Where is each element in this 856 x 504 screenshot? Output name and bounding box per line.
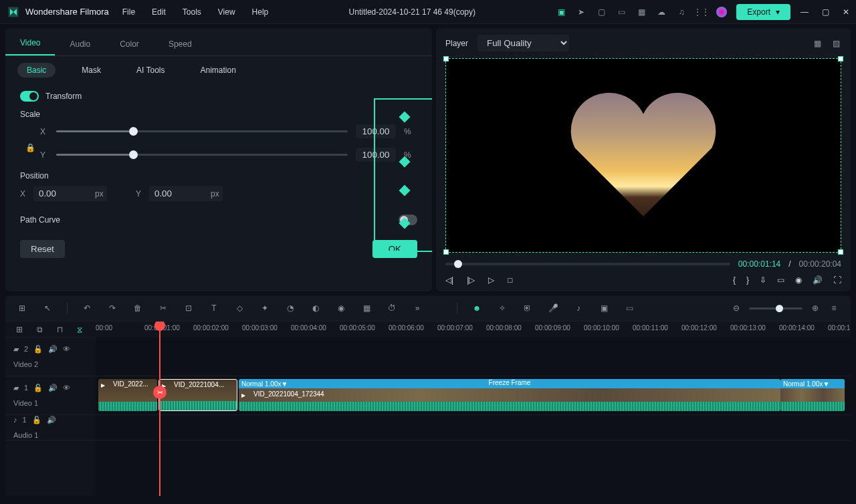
- lock-icon[interactable]: 🔓: [32, 416, 41, 424]
- display-icon[interactable]: ▭: [777, 275, 784, 285]
- lane-audio1[interactable]: [96, 415, 851, 440]
- next-frame-button[interactable]: |▷: [467, 275, 475, 285]
- sparkle-icon[interactable]: ✧: [496, 302, 508, 314]
- timeline-ruler[interactable]: 00:0000:00:01:0000:00:02:0000:00:03:0000…: [96, 322, 851, 338]
- clip-4[interactable]: Normal 1.00x ▼: [780, 379, 845, 411]
- clip-2-selected[interactable]: ▸VID_20221004...: [158, 379, 237, 411]
- handle-bl[interactable]: [443, 249, 449, 255]
- fullscreen-icon[interactable]: ⛶: [833, 275, 841, 285]
- redo-icon[interactable]: ↷: [106, 302, 118, 314]
- lock-icon[interactable]: 🔓: [33, 384, 43, 392]
- scrub-thumb[interactable]: [454, 260, 462, 268]
- image-view-icon[interactable]: ▨: [831, 38, 841, 49]
- export-button[interactable]: Export▾: [736, 4, 790, 20]
- mic-icon[interactable]: 🎤: [547, 302, 559, 314]
- send-icon[interactable]: ➤: [576, 7, 586, 17]
- lane-video1[interactable]: ▸VID_2022... ▸VID_20221004... Normal 1.0…: [96, 376, 851, 415]
- apps-icon[interactable]: ⋮⋮: [696, 7, 707, 17]
- caption-icon[interactable]: ▭: [623, 302, 635, 314]
- handle-tr[interactable]: [838, 56, 843, 61]
- mute-icon[interactable]: 🔊: [48, 345, 58, 354]
- mute-icon[interactable]: 🔊: [48, 384, 58, 392]
- scrub-bar[interactable]: [445, 263, 730, 265]
- link-icon[interactable]: ⧉: [33, 324, 45, 336]
- snap-icon[interactable]: ⧖: [74, 324, 86, 336]
- color-icon[interactable]: ◐: [310, 302, 322, 314]
- eye-icon[interactable]: 👁: [63, 384, 70, 392]
- gift-icon[interactable]: ▣: [556, 7, 566, 17]
- table-icon[interactable]: ▦: [360, 302, 372, 314]
- subtab-animation[interactable]: Animation: [191, 63, 245, 78]
- subtab-basic[interactable]: Basic: [17, 63, 56, 78]
- zoom-in-icon[interactable]: ⊕: [809, 302, 821, 314]
- tab-speed[interactable]: Speed: [154, 33, 207, 55]
- ai-icon[interactable]: ☻: [471, 302, 483, 314]
- bracket-in-icon[interactable]: {: [733, 275, 736, 285]
- crop-icon[interactable]: ⊡: [183, 302, 195, 314]
- menu-tools[interactable]: Tools: [183, 7, 201, 17]
- track-head-video1[interactable]: ▰1🔓🔊👁 Video 1: [5, 376, 96, 415]
- music-icon[interactable]: ♪: [572, 302, 584, 314]
- layout-icon[interactable]: ▢: [596, 7, 607, 17]
- scale-x-slider[interactable]: [56, 130, 348, 132]
- menu-view[interactable]: View: [218, 7, 235, 17]
- menu-help[interactable]: Help: [252, 7, 269, 17]
- undo-icon[interactable]: ↶: [81, 302, 93, 314]
- picture-icon[interactable]: ▣: [598, 302, 610, 314]
- prev-frame-button[interactable]: ◁|: [445, 275, 453, 285]
- scale-y-slider[interactable]: [56, 154, 348, 156]
- lock-icon[interactable]: 🔓: [33, 345, 43, 354]
- reset-button[interactable]: Reset: [20, 240, 65, 258]
- scissors-icon[interactable]: ✂: [157, 302, 169, 314]
- transform-toggle[interactable]: [20, 91, 39, 102]
- ok-button[interactable]: OK: [372, 240, 417, 258]
- text-icon[interactable]: T: [208, 302, 220, 314]
- subtab-aitools[interactable]: AI Tools: [127, 63, 174, 78]
- cloud-icon[interactable]: ☁: [656, 7, 667, 17]
- lane-video2[interactable]: [96, 338, 851, 376]
- monitor-icon[interactable]: ▭: [616, 7, 627, 17]
- subtab-mask[interactable]: Mask: [72, 63, 110, 78]
- bracket-out-icon[interactable]: }: [746, 275, 749, 285]
- modules-icon[interactable]: ⊞: [16, 302, 28, 314]
- effects-icon[interactable]: ✦: [259, 302, 271, 314]
- lock-icon[interactable]: 🔒: [25, 143, 35, 152]
- add-track-icon[interactable]: ⊞: [13, 324, 25, 336]
- tab-audio[interactable]: Audio: [55, 33, 105, 55]
- zoom-out-icon[interactable]: ⊖: [730, 302, 742, 314]
- stop-button[interactable]: □: [508, 275, 512, 285]
- zoom-slider[interactable]: [749, 307, 802, 309]
- timeline-tracks[interactable]: 00:0000:00:01:0000:00:02:0000:00:03:0000…: [96, 322, 851, 496]
- close-button[interactable]: ✕: [843, 7, 849, 17]
- clip-1[interactable]: ▸VID_2022...: [98, 379, 157, 411]
- preview-canvas[interactable]: [445, 58, 841, 253]
- shape-icon[interactable]: ◇: [233, 302, 245, 314]
- shield-icon[interactable]: ⛨: [522, 302, 534, 314]
- mute-icon[interactable]: 🔊: [47, 416, 56, 424]
- playhead-scissors-icon[interactable]: ✂: [153, 386, 167, 399]
- scale-x-input[interactable]: [356, 124, 396, 138]
- scale-y-input[interactable]: [356, 148, 396, 162]
- greenscreen-icon[interactable]: ◉: [335, 302, 347, 314]
- trash-icon[interactable]: 🗑: [132, 302, 144, 314]
- clip-3-freeze[interactable]: Normal 1.00x ▼Freeze Frame ▸ VID_2022100…: [239, 379, 780, 411]
- play-button[interactable]: ▷: [488, 275, 494, 285]
- track-head-video2[interactable]: ▰2🔓🔊👁 Video 2: [5, 338, 96, 376]
- pointer-icon[interactable]: ↖: [41, 302, 54, 314]
- list-view-icon[interactable]: ≡: [828, 302, 840, 314]
- speed-icon[interactable]: ◔: [284, 302, 296, 314]
- headphone-icon[interactable]: ♫: [676, 7, 687, 17]
- minimize-button[interactable]: —: [800, 7, 809, 17]
- menu-file[interactable]: File: [122, 7, 135, 17]
- camera-icon[interactable]: ◉: [795, 275, 802, 285]
- avatar-icon[interactable]: [716, 7, 727, 17]
- maximize-button[interactable]: ▢: [822, 7, 829, 17]
- tab-color[interactable]: Color: [105, 33, 154, 55]
- handle-br[interactable]: [838, 249, 843, 255]
- quality-select[interactable]: Full Quality: [477, 35, 569, 51]
- more-icon[interactable]: »: [411, 302, 423, 314]
- volume-icon[interactable]: 🔊: [813, 275, 823, 285]
- eye-icon[interactable]: 👁: [63, 345, 70, 354]
- tab-video[interactable]: Video: [5, 31, 55, 55]
- grid-view-icon[interactable]: ▦: [812, 38, 823, 49]
